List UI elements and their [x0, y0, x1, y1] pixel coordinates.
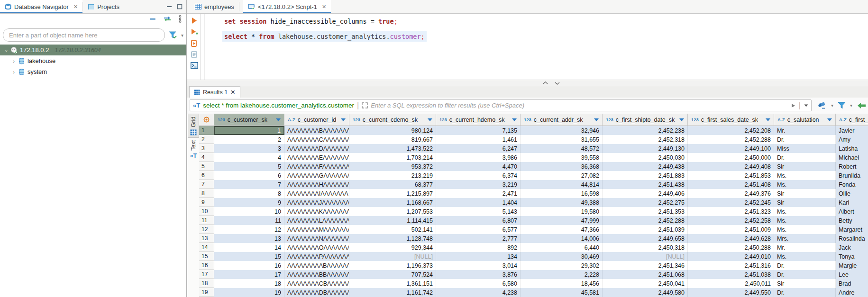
- grid-cell[interactable]: Tonya: [836, 252, 868, 261]
- expander-icon[interactable]: ⌄: [3, 47, 9, 53]
- grid-cell[interactable]: 6: [214, 171, 284, 180]
- grid-cell[interactable]: 16,598: [521, 189, 603, 198]
- grid-cell[interactable]: AAAAAAAABAAAAAAA: [284, 126, 349, 135]
- grid-cell[interactable]: 2,451,068: [603, 270, 688, 279]
- chevron-down-icon[interactable]: ▾: [850, 103, 852, 108]
- grid-cell[interactable]: 2,452,245: [688, 198, 774, 207]
- grid-cell[interactable]: Ms.: [774, 252, 836, 261]
- grid-cell[interactable]: 39,558: [521, 153, 603, 162]
- tree-item-system[interactable]: › system: [0, 66, 186, 77]
- grid-cell[interactable]: 2,452,258: [688, 216, 774, 225]
- grid-cell[interactable]: 1,114,415: [349, 216, 436, 225]
- close-icon[interactable]: ✕: [322, 4, 326, 10]
- expander-icon[interactable]: ›: [10, 58, 17, 64]
- grid-cell[interactable]: 1,461: [436, 135, 521, 144]
- grid-cell[interactable]: Rosalinda: [836, 234, 868, 243]
- grid-cell[interactable]: AAAAAAAAJAAAAAAA: [284, 198, 349, 207]
- grid-cell[interactable]: 980,124: [349, 126, 436, 135]
- grid-cell[interactable]: 6,580: [436, 279, 521, 288]
- sql-editor[interactable]: set session hide_inaccessible_columns = …: [187, 14, 868, 80]
- grid-cell[interactable]: 4: [214, 153, 284, 162]
- grid-cell[interactable]: 2,452,288: [688, 135, 774, 144]
- grid-cell[interactable]: Margaret: [836, 225, 868, 234]
- grid-cell[interactable]: 6,440: [521, 243, 603, 252]
- tab-script-1[interactable]: <172.18.0.2> Script-1 ✕: [243, 0, 331, 13]
- grid-cell[interactable]: Margie: [836, 261, 868, 270]
- grid-cell[interactable]: 2,449,550: [688, 288, 774, 297]
- sql-console-icon[interactable]: [191, 62, 198, 69]
- filter-settings-icon[interactable]: [169, 31, 177, 39]
- sql-line-2-active-statement[interactable]: select * from lakehouse.customer_analyti…: [222, 31, 427, 42]
- grid-cell[interactable]: 2,450,288: [688, 243, 774, 252]
- grid-cell[interactable]: 2,777: [436, 234, 521, 243]
- tab-database-navigator[interactable]: Database Navigator ✕: [0, 0, 82, 13]
- grid-cell[interactable]: 1,207,553: [349, 207, 436, 216]
- grid-cell[interactable]: 29,302: [521, 261, 603, 270]
- grid-cell[interactable]: Robert: [836, 162, 868, 171]
- grid-cell[interactable]: 134: [436, 252, 521, 261]
- expander-icon[interactable]: ›: [10, 69, 17, 75]
- column-header-c_salutation[interactable]: A-Zc_salutation: [774, 114, 836, 126]
- grid-cell[interactable]: 1,473,522: [349, 144, 436, 153]
- grid-cell[interactable]: 2,450,000: [688, 153, 774, 162]
- grid-cell[interactable]: Amy: [836, 135, 868, 144]
- row-number[interactable]: 4: [199, 153, 214, 162]
- grid-cell[interactable]: 2,451,883: [603, 171, 688, 180]
- grid-cell[interactable]: Mrs.: [774, 234, 836, 243]
- grid-cell[interactable]: Dr.: [774, 270, 836, 279]
- grid-cell[interactable]: Albert: [836, 207, 868, 216]
- explain-plan-icon[interactable]: [191, 51, 198, 58]
- tab-employees[interactable]: employees: [190, 0, 239, 13]
- grid-cell[interactable]: 892: [436, 243, 521, 252]
- grid-cell[interactable]: 2,451,353: [603, 207, 688, 216]
- grid-cell[interactable]: 2,449,376: [688, 189, 774, 198]
- grid-cell[interactable]: 44,814: [521, 180, 603, 189]
- grid-cell[interactable]: Lee: [836, 270, 868, 279]
- grid-cell[interactable]: Ms.: [774, 180, 836, 189]
- grid-cell[interactable]: Ms.: [774, 171, 836, 180]
- row-number[interactable]: 10: [199, 207, 214, 216]
- grid-cell[interactable]: AAAAAAAAMAAAAAAA: [284, 225, 349, 234]
- execute-statement-icon[interactable]: [191, 17, 198, 24]
- sort-dropdown-icon[interactable]: [766, 118, 770, 121]
- grid-cell[interactable]: 2,452,238: [603, 126, 688, 135]
- grid-cell[interactable]: 502,141: [349, 225, 436, 234]
- grid-cell[interactable]: Betty: [836, 216, 868, 225]
- collapse-all-icon[interactable]: [149, 17, 156, 21]
- grid-cell[interactable]: 1,361,151: [349, 279, 436, 288]
- side-tab-text[interactable]: Text «T: [188, 138, 199, 161]
- filters-menu-icon[interactable]: [838, 102, 846, 109]
- grid-cell[interactable]: Sir: [774, 279, 836, 288]
- grid-cell[interactable]: 1: [214, 126, 284, 135]
- grid-cell[interactable]: 18,456: [521, 279, 603, 288]
- grid-cell[interactable]: 1,215,897: [349, 189, 436, 198]
- grid-cell[interactable]: AAAAAAAADBAAAAAA: [284, 288, 349, 297]
- grid-cell[interactable]: 18: [214, 279, 284, 288]
- grid-cell[interactable]: Sir: [774, 162, 836, 171]
- chevron-down-icon[interactable]: ▾: [181, 33, 183, 38]
- tab-results-1[interactable]: Results 1 ✕: [189, 86, 240, 98]
- grid-cell[interactable]: 2,451,039: [603, 225, 688, 234]
- grid-cell[interactable]: 2,449,438: [603, 162, 688, 171]
- grid-cell[interactable]: AAAAAAAADAAAAAAA: [284, 144, 349, 153]
- grid-cell[interactable]: Dr.: [774, 288, 836, 297]
- grid-cell[interactable]: 5,143: [436, 207, 521, 216]
- grid-cell[interactable]: AAAAAAAAFAAAAAAA: [284, 162, 349, 171]
- results-filter-input[interactable]: «T select * from lakehouse.customer_anal…: [190, 99, 812, 111]
- sort-dropdown-icon[interactable]: [512, 118, 517, 121]
- grid-cell[interactable]: 2,451,038: [688, 270, 774, 279]
- grid-cell[interactable]: 1,404: [436, 198, 521, 207]
- chevron-down-icon[interactable]: ▾: [831, 103, 833, 108]
- grid-cell[interactable]: Andre: [836, 288, 868, 297]
- grid-cell[interactable]: 1,168,667: [349, 198, 436, 207]
- grid-cell[interactable]: Ms.: [774, 207, 836, 216]
- maximize-icon[interactable]: [177, 4, 183, 9]
- sort-dropdown-icon[interactable]: [679, 118, 684, 121]
- sort-dropdown-icon[interactable]: [827, 118, 832, 121]
- grid-cell[interactable]: 2,452,208: [688, 126, 774, 135]
- close-icon[interactable]: ✕: [73, 4, 78, 10]
- grid-cell[interactable]: AAAAAAAALAAAAAAA: [284, 216, 349, 225]
- tab-projects[interactable]: Projects: [83, 0, 124, 13]
- grid-cell[interactable]: AAAAAAAABBAAAAAA: [284, 270, 349, 279]
- tree-item-lakehouse[interactable]: › lakehouse: [0, 55, 186, 66]
